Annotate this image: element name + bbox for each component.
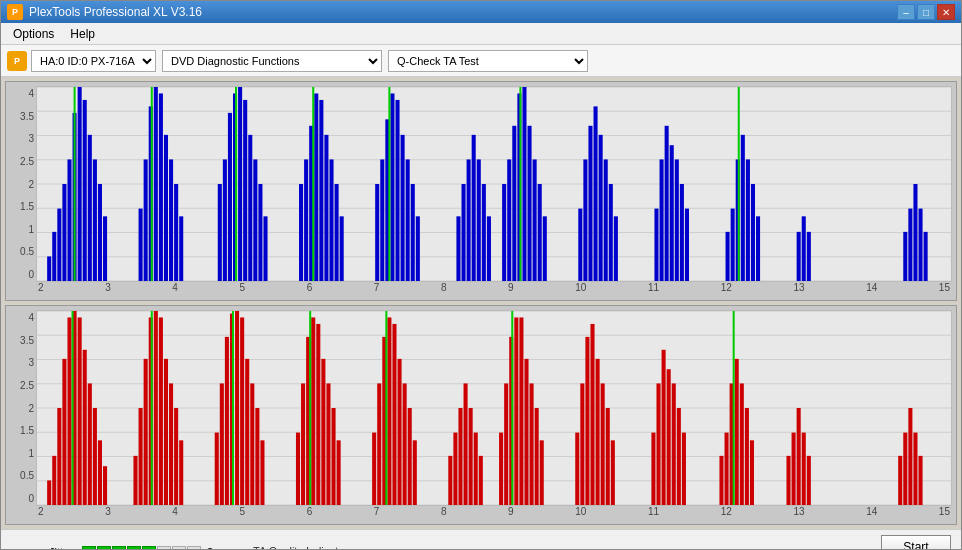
maximize-button[interactable]: □: [917, 4, 935, 20]
svg-rect-80: [578, 209, 582, 281]
function-dropdown[interactable]: DVD Diagnostic Functions: [162, 50, 382, 72]
drive-icon: P: [7, 51, 27, 71]
svg-rect-75: [528, 126, 532, 281]
svg-rect-89: [660, 159, 664, 281]
metrics-section: Jitter: 3 Peak Shift:: [11, 546, 223, 551]
svg-rect-77: [538, 184, 542, 281]
svg-rect-190: [540, 440, 544, 505]
svg-rect-194: [585, 337, 589, 505]
svg-rect-18: [93, 159, 97, 281]
svg-rect-88: [654, 209, 658, 281]
svg-rect-25: [154, 87, 158, 281]
svg-rect-150: [245, 359, 249, 505]
svg-rect-107: [908, 209, 912, 281]
svg-rect-134: [139, 408, 143, 505]
svg-rect-140: [169, 383, 173, 505]
svg-rect-137: [154, 311, 158, 505]
svg-rect-129: [93, 408, 97, 505]
jitter-seg-8: [187, 546, 201, 551]
ta-quality-label: TA Quality Indicator:: [253, 545, 351, 551]
svg-rect-9: [47, 256, 51, 281]
svg-rect-180: [474, 433, 478, 505]
svg-rect-175: [448, 456, 452, 505]
svg-rect-210: [735, 359, 739, 505]
jitter-meter: [82, 546, 201, 551]
svg-rect-189: [535, 408, 539, 505]
jitter-seg-4: [127, 546, 141, 551]
svg-rect-44: [304, 159, 308, 281]
app-icon: P: [7, 4, 23, 20]
svg-rect-81: [583, 159, 587, 281]
svg-rect-46: [314, 93, 318, 281]
svg-rect-205: [677, 408, 681, 505]
svg-rect-100: [751, 184, 755, 281]
svg-rect-207: [719, 456, 723, 505]
main-content: 0 0.5 1 1.5 2 2.5 3 3.5 4: [1, 77, 961, 529]
svg-rect-208: [725, 433, 729, 505]
svg-rect-54: [380, 159, 384, 281]
svg-rect-67: [477, 159, 481, 281]
jitter-seg-1: [82, 546, 96, 551]
svg-rect-95: [726, 232, 730, 281]
svg-rect-172: [408, 408, 412, 505]
close-button[interactable]: ✕: [937, 4, 955, 20]
svg-rect-156: [301, 383, 305, 505]
svg-rect-187: [524, 359, 528, 505]
red-chart-x-axis: 2 3 4 5 6 7 8 9 10 11 12 13 14 15: [36, 506, 952, 522]
svg-rect-99: [746, 159, 750, 281]
svg-rect-83: [594, 106, 598, 281]
svg-rect-201: [656, 383, 660, 505]
svg-rect-71: [507, 159, 511, 281]
svg-rect-159: [316, 324, 320, 505]
blue-chart-svg: [37, 87, 951, 281]
svg-rect-133: [133, 456, 137, 505]
svg-rect-103: [797, 232, 801, 281]
svg-rect-40: [258, 184, 262, 281]
svg-rect-122: [57, 408, 61, 505]
svg-rect-58: [401, 135, 405, 281]
svg-rect-86: [609, 184, 613, 281]
blue-chart-x-axis: 2 3 4 5 6 7 8 9 10 11 12 13 14 15: [36, 282, 952, 298]
svg-rect-61: [416, 216, 420, 281]
svg-rect-142: [179, 440, 183, 505]
svg-rect-135: [144, 359, 148, 505]
svg-rect-39: [253, 159, 257, 281]
svg-rect-20: [103, 216, 107, 281]
svg-rect-13: [67, 159, 71, 281]
svg-rect-98: [741, 135, 745, 281]
svg-rect-183: [504, 383, 508, 505]
svg-rect-126: [78, 317, 82, 505]
svg-rect-65: [467, 159, 471, 281]
start-button[interactable]: Start: [881, 535, 951, 551]
svg-rect-127: [83, 350, 87, 505]
svg-rect-188: [530, 383, 534, 505]
svg-rect-110: [924, 232, 928, 281]
svg-rect-181: [479, 456, 483, 505]
svg-rect-94: [685, 209, 689, 281]
svg-rect-195: [590, 324, 594, 505]
svg-rect-16: [83, 100, 87, 281]
svg-rect-29: [174, 184, 178, 281]
svg-rect-47: [319, 100, 323, 281]
svg-rect-49: [329, 159, 333, 281]
titlebar: P PlexTools Professional XL V3.16 – □ ✕: [1, 1, 961, 23]
svg-rect-155: [296, 433, 300, 505]
svg-rect-179: [469, 408, 473, 505]
svg-rect-215: [786, 456, 790, 505]
minimize-button[interactable]: –: [897, 4, 915, 20]
svg-rect-12: [62, 184, 66, 281]
red-chart-plot: [36, 310, 952, 506]
svg-rect-19: [98, 184, 102, 281]
svg-rect-211: [740, 383, 744, 505]
test-dropdown[interactable]: Q-Check TA Test: [388, 50, 588, 72]
svg-rect-161: [326, 383, 330, 505]
toolbar: P HA:0 ID:0 PX-716A DVD Diagnostic Funct…: [1, 45, 961, 77]
svg-rect-90: [665, 126, 669, 281]
menu-options[interactable]: Options: [5, 25, 62, 43]
svg-rect-166: [377, 383, 381, 505]
menu-help[interactable]: Help: [62, 25, 103, 43]
svg-rect-96: [731, 209, 735, 281]
svg-rect-222: [908, 408, 912, 505]
svg-rect-158: [311, 317, 315, 505]
drive-dropdown[interactable]: HA:0 ID:0 PX-716A: [31, 50, 156, 72]
